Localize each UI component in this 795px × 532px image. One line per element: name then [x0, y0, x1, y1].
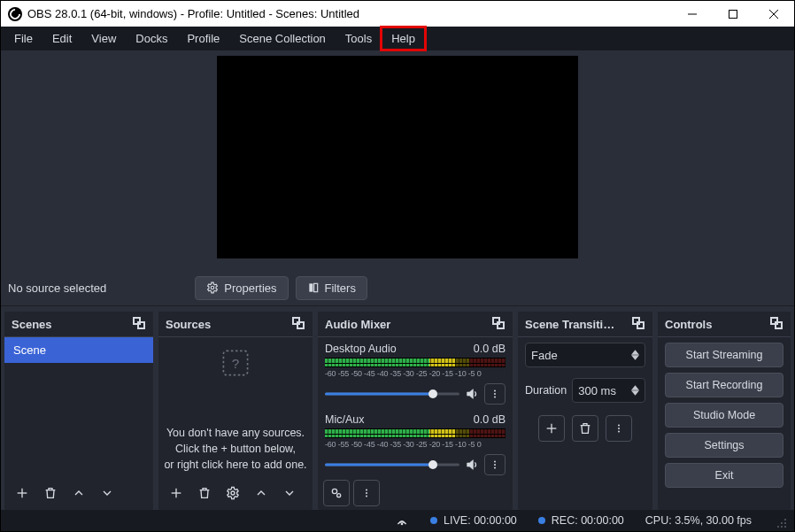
menu-profile[interactable]: Profile — [177, 27, 229, 50]
transition-remove-button[interactable] — [572, 415, 598, 442]
svg-point-44 — [401, 523, 402, 524]
svg-marker-34 — [631, 355, 639, 359]
svg-point-39 — [618, 425, 620, 427]
transition-options-button[interactable] — [606, 415, 632, 442]
svg-point-17 — [231, 491, 235, 495]
meter-scale: -60 -55 -50 -45 -40 -35 -30 -25 -20 -15 … — [325, 440, 506, 449]
status-cpu: CPU: 3.5%, 30.00 fps — [645, 514, 752, 527]
filters-button[interactable]: Filters — [296, 276, 367, 300]
svg-point-22 — [494, 397, 496, 398]
scene-move-down-button[interactable] — [95, 481, 120, 505]
svg-point-21 — [494, 393, 496, 395]
menu-file[interactable]: File — [4, 27, 42, 50]
window-title: OBS 28.0.1 (64-bit, windows) - Profile: … — [27, 7, 359, 20]
meter-scale: -60 -55 -50 -45 -40 -35 -30 -25 -20 -15 … — [325, 369, 506, 378]
window-titlebar: OBS 28.0.1 (64-bit, windows) - Profile: … — [1, 1, 794, 27]
scenes-title: Scenes — [12, 318, 52, 331]
svg-rect-5 — [309, 284, 313, 292]
svg-point-45 — [784, 519, 786, 520]
properties-button[interactable]: Properties — [195, 276, 288, 300]
source-add-button[interactable] — [164, 481, 189, 505]
duration-input[interactable]: 300 ms — [572, 378, 645, 403]
sources-dock: Sources ? You don't have any sources. Cl… — [158, 312, 313, 510]
volume-slider[interactable] — [325, 391, 459, 397]
svg-point-30 — [366, 496, 367, 497]
channel-options-button[interactable] — [484, 454, 506, 475]
sources-title: Sources — [166, 318, 211, 331]
svg-point-41 — [618, 431, 620, 433]
scene-item[interactable]: Scene — [4, 337, 153, 363]
resize-grip[interactable] — [776, 518, 787, 531]
transitions-popout-button[interactable] — [631, 316, 645, 333]
svg-point-4 — [212, 287, 215, 290]
settings-button[interactable]: Settings — [665, 433, 783, 458]
advanced-audio-button[interactable] — [323, 480, 350, 506]
menubar: File Edit View Docks Profile Scene Colle… — [1, 27, 794, 50]
audio-meter — [325, 358, 506, 367]
exit-button[interactable]: Exit — [665, 463, 783, 488]
missing-sources-icon: ? — [220, 348, 251, 378]
menu-view[interactable]: View — [81, 27, 126, 50]
app-icon — [8, 7, 22, 21]
window-close-button[interactable] — [753, 1, 794, 27]
source-toolbar: No source selected Properties Filters — [1, 271, 794, 307]
source-move-down-button[interactable] — [277, 481, 302, 505]
channel-level: 0.0 dB — [474, 413, 506, 426]
channel-options-button[interactable] — [484, 383, 506, 405]
scene-remove-button[interactable] — [38, 481, 63, 505]
scenes-popout-button[interactable] — [132, 316, 146, 333]
svg-point-50 — [777, 526, 779, 528]
menu-edit[interactable]: Edit — [42, 27, 81, 50]
filters-icon — [307, 281, 320, 294]
controls-dock: Controls Start Streaming Start Recording… — [658, 312, 791, 510]
svg-marker-33 — [631, 350, 639, 354]
mixer-title: Audio Mixer — [325, 318, 390, 331]
svg-point-40 — [618, 428, 620, 429]
studio-mode-button[interactable]: Studio Mode — [665, 403, 783, 428]
menu-scene-collection[interactable]: Scene Collection — [229, 27, 336, 50]
volume-slider[interactable] — [325, 462, 459, 467]
preview-area — [1, 50, 794, 271]
scene-move-up-button[interactable] — [66, 481, 91, 505]
mixer-popout-button[interactable] — [491, 316, 506, 333]
svg-marker-36 — [631, 390, 639, 395]
svg-point-25 — [494, 467, 496, 469]
mixer-options-button[interactable] — [353, 480, 380, 506]
audio-channel-desktop: Desktop Audio 0.0 dB -60 -55 -50 -45 -40… — [318, 337, 513, 408]
transition-select[interactable]: Fade — [525, 343, 645, 367]
svg-rect-6 — [313, 284, 317, 292]
menu-docks[interactable]: Docks — [126, 27, 177, 50]
svg-point-24 — [494, 464, 496, 466]
channel-name: Desktop Audio — [325, 343, 397, 355]
sources-list[interactable]: ? You don't have any sources. Click the … — [158, 337, 313, 476]
mute-button[interactable] — [465, 387, 479, 401]
scene-add-button[interactable] — [10, 481, 35, 505]
channel-level: 0.0 dB — [474, 343, 506, 355]
transitions-title: Scene Transiti… — [525, 318, 614, 331]
status-broadcast-icon — [395, 513, 409, 528]
sources-empty-message: You don't have any sources. Click the + … — [158, 425, 313, 473]
source-properties-button[interactable] — [220, 481, 245, 505]
no-source-label: No source selected — [8, 281, 106, 295]
sources-popout-button[interactable] — [291, 316, 305, 333]
start-streaming-button[interactable]: Start Streaming — [665, 343, 783, 367]
source-remove-button[interactable] — [192, 481, 217, 505]
controls-popout-button[interactable] — [769, 316, 783, 333]
menu-tools[interactable]: Tools — [336, 27, 382, 50]
transition-add-button[interactable] — [538, 415, 565, 442]
window-minimize-button[interactable] — [672, 1, 713, 27]
start-recording-button[interactable]: Start Recording — [665, 373, 783, 397]
mute-button[interactable] — [465, 458, 479, 472]
source-move-up-button[interactable] — [249, 481, 274, 505]
svg-point-48 — [784, 526, 786, 528]
transitions-dock: Scene Transiti… Fade Duration 300 ms — [518, 312, 652, 510]
status-rec: REC: 00:00:00 — [538, 514, 624, 527]
svg-point-46 — [784, 522, 786, 524]
menu-help[interactable]: Help — [382, 27, 425, 50]
audio-meter — [325, 428, 506, 438]
window-maximize-button[interactable] — [713, 1, 753, 27]
status-live: LIVE: 00:00:00 — [430, 514, 517, 527]
video-preview[interactable] — [217, 56, 578, 258]
svg-marker-35 — [631, 385, 639, 389]
svg-rect-1 — [729, 10, 737, 18]
